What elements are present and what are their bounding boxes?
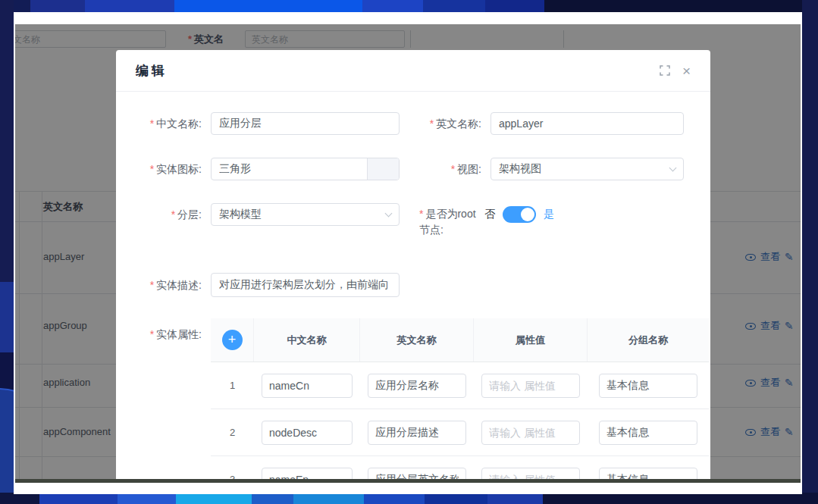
screenshot-bottom-edge	[15, 479, 801, 483]
modal-title: 编辑	[136, 62, 168, 80]
name-en-input[interactable]	[490, 112, 684, 135]
edit-modal: 编辑 × *中文名称: *英文名称:	[116, 50, 710, 479]
attr-group-input[interactable]	[599, 468, 697, 480]
attr-en-input[interactable]	[368, 421, 466, 445]
name-cn-label: *中文名称:	[116, 112, 202, 135]
attr-col-group: 分组名称	[588, 318, 709, 362]
add-attribute-button[interactable]: +	[222, 330, 243, 350]
attr-col-name-cn: 中文名称	[254, 318, 360, 362]
attr-table-row: 3	[211, 456, 709, 479]
attr-col-value: 属性值	[474, 318, 588, 362]
attr-en-input[interactable]	[368, 468, 466, 480]
required-asterisk: *	[171, 208, 175, 221]
attr-col-name-en: 英文名称	[360, 318, 474, 362]
required-asterisk: *	[150, 163, 154, 175]
required-asterisk: *	[150, 117, 154, 130]
entity-desc-input[interactable]	[211, 273, 400, 297]
attr-cn-input[interactable]	[262, 374, 353, 398]
switch-on-text: 是	[544, 208, 554, 221]
attr-value-input[interactable]	[481, 374, 580, 398]
fullscreen-icon[interactable]	[660, 65, 670, 76]
modal-header: 编辑 ×	[116, 50, 710, 92]
attr-value-input[interactable]	[481, 468, 580, 480]
attr-cn-input[interactable]	[262, 468, 353, 480]
required-asterisk: *	[150, 328, 154, 340]
attr-value-input[interactable]	[481, 421, 580, 445]
required-asterisk: *	[419, 208, 423, 220]
slide-canvas: *英文名 英文名称 appLayer appGroup application …	[14, 12, 802, 494]
required-asterisk: *	[451, 163, 455, 175]
app-screenshot: *英文名 英文名称 appLayer appGroup application …	[15, 24, 801, 479]
attr-cn-input[interactable]	[262, 421, 353, 445]
attr-group-input[interactable]	[599, 421, 697, 445]
icon-picker-button[interactable]	[367, 158, 399, 180]
switch-off-text: 否	[484, 208, 495, 221]
attr-en-input[interactable]	[368, 374, 466, 398]
is-root-label: *是否为root节点:	[419, 206, 481, 238]
is-root-toggle[interactable]	[503, 206, 536, 223]
name-en-label: *英文名称:	[404, 112, 481, 135]
frame-top-stripe	[0, 0, 818, 12]
entity-desc-label: *实体描述:	[116, 274, 202, 296]
row-index: 3	[230, 474, 235, 479]
entity-attrs-label: *实体属性:	[116, 323, 202, 346]
name-cn-input[interactable]	[211, 112, 400, 135]
frame-bottom-stripe	[0, 493, 818, 504]
layer-label: *分层:	[116, 203, 202, 226]
attr-table-row: 1	[211, 362, 709, 409]
attr-table-row: 2	[211, 409, 709, 456]
view-label: *视图:	[404, 158, 481, 180]
attr-group-input[interactable]	[599, 374, 697, 398]
view-select[interactable]	[490, 158, 684, 180]
attr-table: + 中文名称 英文名称 属性值 分组名称 1 2	[211, 318, 709, 479]
required-asterisk: *	[430, 117, 434, 130]
row-index: 1	[230, 380, 235, 391]
attr-table-header: + 中文名称 英文名称 属性值 分组名称	[211, 318, 709, 362]
frame-right-stripe	[802, 0, 818, 504]
close-icon[interactable]: ×	[682, 64, 691, 78]
entity-icon-label: *实体图标:	[116, 158, 202, 180]
row-index: 2	[230, 427, 235, 438]
required-asterisk: *	[150, 279, 154, 291]
layer-select[interactable]	[211, 203, 400, 226]
toggle-knob	[521, 208, 534, 221]
